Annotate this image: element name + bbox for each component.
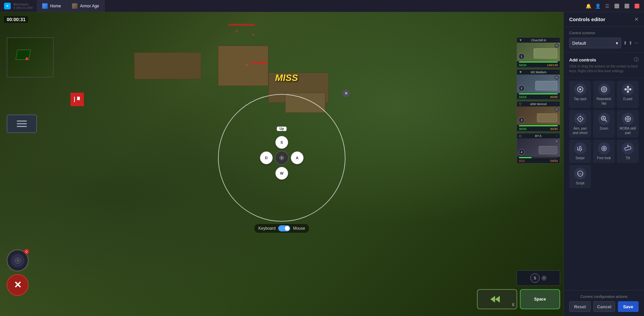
tab-home[interactable]: Home bbox=[37, 0, 67, 12]
svg-point-34 bbox=[627, 118, 629, 120]
forward-action-button[interactable]: E bbox=[477, 289, 517, 309]
unit-3-img: 3 ✕ bbox=[517, 106, 560, 125]
close-button[interactable] bbox=[635, 4, 639, 8]
control-d-pad[interactable]: D-pad bbox=[617, 81, 639, 108]
control-scheme-section: Control scheme Default ▾ ⬆ ⬆ ⋯ bbox=[564, 27, 644, 53]
svg-rect-19 bbox=[627, 91, 629, 93]
q-inner bbox=[11, 254, 24, 267]
overlay-close-button[interactable]: ✕ bbox=[342, 90, 350, 97]
svg-rect-1 bbox=[74, 97, 77, 100]
dpad-down-button[interactable]: W bbox=[275, 167, 288, 180]
svg-text:</>: </> bbox=[577, 172, 583, 176]
scheme-dropdown[interactable]: Default ▾ bbox=[569, 38, 621, 48]
svg-line-30 bbox=[605, 120, 607, 122]
unit-4-header: ◇ BT-5 ··· bbox=[517, 133, 560, 138]
q-button[interactable]: Q bbox=[7, 250, 29, 271]
script-label: Script bbox=[576, 181, 585, 185]
control-tap-spot[interactable]: Tap spot bbox=[569, 81, 591, 108]
tab-armor-age[interactable]: Armor Age bbox=[67, 0, 105, 12]
svg-marker-12 bbox=[495, 296, 500, 303]
save-button[interactable]: Save bbox=[618, 301, 639, 312]
unit-3-health-container bbox=[519, 125, 558, 126]
red-flag bbox=[70, 93, 84, 106]
enemy-marker-1: ⬦ bbox=[235, 27, 238, 34]
tilt-icon bbox=[622, 142, 634, 154]
hamburger-button[interactable] bbox=[7, 115, 37, 133]
scheme-upload-icon[interactable]: ⬆ bbox=[623, 40, 627, 46]
cancel-button[interactable]: Cancel bbox=[593, 301, 615, 312]
control-repeated-tap[interactable]: Repeated tap bbox=[593, 81, 615, 108]
panel-title: Controls editor bbox=[569, 16, 605, 22]
unit-4-diamond: ◇ bbox=[519, 134, 522, 138]
brand-name: BlueStacks bbox=[13, 3, 33, 6]
toggle-switch[interactable] bbox=[278, 225, 290, 231]
control-aim-pan-shoot[interactable]: Aim, pan and shoot bbox=[569, 110, 591, 138]
info-icon[interactable]: ⓘ bbox=[634, 57, 639, 63]
svg-rect-18 bbox=[627, 86, 629, 88]
d-pad-label: D-pad bbox=[623, 97, 632, 101]
reset-button[interactable]: Reset bbox=[569, 301, 591, 312]
unit-3-hp: 30/30 bbox=[519, 127, 527, 131]
svg-marker-44 bbox=[627, 145, 629, 146]
x-icon: ✕ bbox=[14, 279, 21, 290]
title-bar: B BlueStacks 4.180.10.1000 Home Armor Ag… bbox=[0, 0, 644, 12]
unit-4-tank bbox=[539, 146, 557, 154]
repeated-tap-svg bbox=[600, 85, 608, 93]
aim-pan-shoot-icon bbox=[574, 113, 586, 125]
x-button[interactable]: ✕ bbox=[7, 274, 29, 296]
window-controls: 🔔 👤 ☰ bbox=[582, 3, 644, 9]
unit-4-close[interactable]: ✕ bbox=[554, 139, 559, 144]
unit-card-2[interactable]: ▼ M2 Medium ··· 2 ✕ 16/16 80/80 bbox=[517, 69, 560, 100]
notification-icon[interactable]: 🔔 bbox=[586, 3, 591, 9]
unit-card-5[interactable]: 5 ✕ bbox=[517, 270, 560, 286]
svg-point-14 bbox=[579, 88, 581, 90]
minimize-button[interactable] bbox=[614, 4, 619, 8]
panel-spacer bbox=[564, 191, 644, 290]
building-2 bbox=[218, 46, 268, 86]
control-moba-skill-pad[interactable]: MOBA skill pad bbox=[617, 110, 639, 138]
controls-overlay: ✕ Up S D A W bbox=[218, 94, 345, 222]
scheme-action-icons: ⬆ ⬆ ⋯ bbox=[623, 40, 639, 46]
svg-rect-20 bbox=[625, 88, 627, 90]
control-swipe[interactable]: Swipe bbox=[569, 140, 591, 163]
scheme-more-icon[interactable]: ⋯ bbox=[634, 40, 639, 46]
unit-card-3[interactable]: ▽ 40M Nimrod ··· 3 ✕ 30/30 90/90 bbox=[517, 101, 560, 132]
unit-card-4[interactable]: ◇ BT-5 ··· 4 ✕ 4/12 54/54 bbox=[517, 133, 560, 164]
maximize-button[interactable] bbox=[625, 4, 629, 8]
dpad-center bbox=[275, 151, 289, 165]
unit-3-ammo: 90/90 bbox=[550, 127, 558, 131]
control-free-look[interactable]: Free look bbox=[593, 140, 615, 163]
hamburger-line-1 bbox=[17, 121, 27, 122]
unit-5-number: 5 bbox=[530, 273, 540, 283]
add-controls-description: Click or drag the actions on the screen … bbox=[569, 64, 639, 74]
unit-5-close[interactable]: ✕ bbox=[542, 276, 546, 280]
unit-1-close[interactable]: ✕ bbox=[554, 43, 559, 48]
dpad-right-button[interactable]: A bbox=[291, 151, 304, 164]
footer-label: Current configuration actions bbox=[569, 295, 639, 299]
brand-version: 4.180.10.1000 bbox=[13, 6, 33, 9]
space-action-button[interactable]: Space bbox=[520, 289, 560, 309]
unit-3-close[interactable]: ✕ bbox=[554, 107, 559, 112]
dpad-d-key: D bbox=[265, 156, 268, 160]
hamburger-line-3 bbox=[17, 126, 27, 127]
dpad-up-button[interactable]: S bbox=[275, 136, 288, 149]
scheme-share-icon[interactable]: ⬆ bbox=[629, 40, 633, 46]
mouse-label: Mouse bbox=[293, 226, 305, 231]
minimap[interactable] bbox=[7, 37, 54, 78]
scheme-section-label: Control scheme bbox=[569, 31, 639, 35]
menu-icon[interactable]: ☰ bbox=[604, 3, 610, 9]
svg-rect-21 bbox=[629, 88, 631, 90]
control-zoom[interactable]: Zoom bbox=[593, 110, 615, 138]
control-script[interactable]: </> Script bbox=[569, 165, 591, 188]
d-pad-icon bbox=[622, 83, 634, 95]
building-1 bbox=[134, 52, 201, 79]
e-key-label: E bbox=[512, 303, 515, 307]
account-icon[interactable]: 👤 bbox=[595, 3, 600, 9]
control-tilt[interactable]: Tilt bbox=[617, 140, 639, 163]
unit-2-close[interactable]: ✕ bbox=[554, 75, 559, 80]
toggle-knob bbox=[285, 226, 290, 231]
unit-4-img: 4 ✕ bbox=[517, 138, 560, 157]
dpad-left-button[interactable]: D bbox=[260, 151, 273, 164]
panel-close-button[interactable]: ✕ bbox=[634, 16, 639, 22]
unit-card-1[interactable]: ▼ Churchill III ··· 1 ✕ 34/34 149/149 bbox=[517, 37, 560, 68]
